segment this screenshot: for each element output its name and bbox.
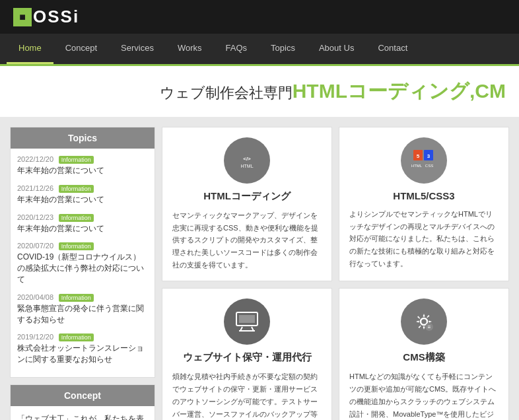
css-service-icon: 5 3 HTML CSS	[401, 137, 447, 184]
topic-title[interactable]: 株式会社オッシートランスレーションに関する重要なお知らせ	[17, 343, 148, 365]
service-card-html: </> HTML HTMLコーディング セマンティックなマークアップ、デザインを…	[162, 127, 332, 281]
topic-item: 2022/12/20 Information 年末年始の営業について	[17, 154, 148, 176]
topics-block: Topics 2022/12/20 Information 年末年始の営業につい…	[10, 127, 155, 378]
svg-text:5: 5	[417, 153, 420, 159]
hero-text-highlight: HTMLコーディング,CM	[293, 80, 506, 102]
topic-badge: Information	[59, 294, 94, 302]
service-desc-cms: HTMLなどの知識がなくても手軽にコンテンツの更新や追加が可能なCMS。既存サイ…	[349, 370, 499, 420]
topic-date: 2020/04/08	[17, 293, 53, 301]
service-desc-web: 煩雑な見積や社内手続きが不要な定額の契約でウェブサイトの保守・更新・運用サービス…	[172, 370, 322, 420]
hero-text-prefix: ウェブ制作会社専門	[160, 85, 293, 101]
topic-item: 2020/12/23 Information 年末年始の営業について	[17, 212, 148, 234]
logo-text: OSSi	[33, 7, 79, 27]
svg-point-13	[421, 318, 427, 325]
hero-banner: ウェブ制作会社専門HTMLコーディング,CM	[0, 66, 519, 117]
topic-date: 2022/12/20	[17, 155, 53, 163]
svg-text:</>: </>	[243, 156, 251, 162]
topic-badge: Information	[59, 333, 94, 341]
service-desc-css: よりシンプルでセマンティックなHTMLでリッチなデザインの再現とマルチデバイスへ…	[349, 208, 499, 269]
service-title-html: HTMLコーディング	[172, 190, 322, 203]
sidebar: Topics 2022/12/20 Information 年末年始の営業につい…	[10, 127, 155, 420]
concept-block: Concept 「ウェブ大工」これが、私たちを表す適当なコトバなのかもしれません…	[10, 384, 155, 420]
svg-rect-12	[239, 315, 255, 323]
nav-item-works[interactable]: Works	[166, 34, 214, 64]
web-service-icon	[224, 298, 270, 345]
topic-date: 2020/07/20	[17, 242, 53, 250]
svg-text:≡: ≡	[428, 324, 431, 330]
services-grid: </> HTML HTMLコーディング セマンティックなマークアップ、デザインを…	[162, 127, 509, 420]
topic-date: 2020/12/23	[17, 213, 53, 221]
navigation: Home Concept Services Works FAQs Topics …	[0, 34, 519, 66]
service-title-css: HTML5/CSS3	[349, 190, 499, 201]
nav-item-services[interactable]: Services	[109, 34, 166, 64]
topic-date: 2019/12/20	[17, 333, 53, 341]
topic-date: 2021/12/26	[17, 184, 53, 192]
nav-list: Home Concept Services Works FAQs Topics …	[7, 34, 512, 64]
topics-title: Topics	[11, 127, 155, 149]
monitor-icon-svg	[234, 308, 260, 335]
topic-item: 2019/12/20 Information 株式会社オッシートランスレーション…	[17, 332, 148, 365]
service-title-cms: CMS構築	[349, 351, 499, 364]
topic-item: 2020/07/20 Information COVID-19（新型コロナウイル…	[17, 240, 148, 285]
service-card-cms: ≡ CMS構築 HTMLなどの知識がなくても手軽にコンテンツの更新や追加が可能な…	[339, 288, 509, 420]
service-desc-html: セマンティックなマークアップ、デザインを忠実に再現するCSS、動きや便利な機能を…	[172, 209, 322, 271]
nav-item-faqs[interactable]: FAQs	[214, 34, 260, 64]
svg-text:HTML: HTML	[240, 164, 253, 168]
nav-item-aboutus[interactable]: About Us	[307, 34, 366, 64]
header: ■ OSSi	[0, 0, 519, 34]
concept-text: 「ウェブ大工」これが、私たちを表す適当なコトバなのかもしれません。	[11, 406, 155, 420]
topic-item: 2021/12/26 Information 年末年始の営業について	[17, 183, 148, 205]
nav-item-concept[interactable]: Concept	[53, 34, 109, 64]
topics-list: 2022/12/20 Information 年末年始の営業について 2021/…	[11, 149, 155, 377]
svg-text:CSS: CSS	[425, 164, 433, 168]
service-card-web: ウェブサイト保守・運用代行 煩雑な見積や社内手続きが不要な定額の契約でウェブサイ…	[162, 288, 332, 420]
service-card-css: 5 3 HTML CSS HTML5/CSS3 よりシンプルでセマンティックなH…	[339, 127, 509, 281]
topic-badge: Information	[59, 156, 94, 164]
topic-item: 2020/04/08 Information 緊急事態宣言の発令に伴う営業に関す…	[17, 292, 148, 326]
logo-icon-box: ■	[13, 8, 32, 26]
topic-badge: Information	[59, 185, 94, 193]
nav-item-home[interactable]: Home	[7, 34, 53, 64]
concept-title: Concept	[11, 385, 155, 406]
nav-item-contact[interactable]: Contact	[366, 34, 419, 64]
content-area: </> HTML HTMLコーディング セマンティックなマークアップ、デザインを…	[162, 127, 509, 420]
service-title-web: ウェブサイト保守・運用代行	[172, 351, 322, 364]
topic-badge: Information	[59, 214, 94, 222]
cms-service-icon: ≡	[401, 298, 447, 345]
logo[interactable]: ■ OSSi	[13, 7, 79, 27]
html-service-icon: </> HTML	[224, 137, 270, 184]
topic-badge: Information	[59, 242, 94, 250]
main-content: Topics 2022/12/20 Information 年末年始の営業につい…	[0, 117, 519, 420]
topic-title[interactable]: COVID-19（新型コロナウイルス）の感染拡大に伴う弊社の対応について	[17, 252, 148, 285]
nav-item-topics[interactable]: Topics	[259, 34, 307, 64]
topic-title[interactable]: 年末年始の営業について	[17, 165, 148, 176]
svg-text:3: 3	[427, 153, 431, 159]
topic-title[interactable]: 年末年始の営業について	[17, 194, 148, 205]
svg-text:HTML: HTML	[411, 164, 423, 168]
css-icon-svg: 5 3 HTML CSS	[411, 147, 437, 174]
logo-icon-letter: ■	[19, 11, 26, 23]
topic-title[interactable]: 年末年始の営業について	[17, 223, 148, 234]
html-icon-svg: </> HTML	[234, 147, 260, 174]
gear-icon-svg: ≡	[411, 308, 437, 335]
topic-title[interactable]: 緊急事態宣言の発令に伴う営業に関するお知らせ	[17, 303, 148, 326]
